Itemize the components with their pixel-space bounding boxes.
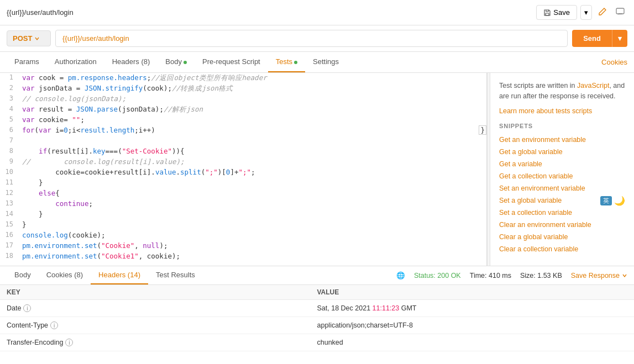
table-row-date: Date i Sat, 18 Dec 2021 11:11:23 GMT [0, 300, 634, 317]
tab-params[interactable]: Params [7, 52, 47, 72]
cell-key-date: Date i [7, 304, 317, 312]
method-dropdown-icon [34, 36, 40, 41]
snippet-clear-collection[interactable]: Clear a collection variable [499, 243, 625, 255]
request-tabs: Params Authorization Headers (8) Body Pr… [0, 52, 634, 73]
main-area: 1 var cook = pm.response.headers;//返回obj… [0, 73, 634, 266]
col-key-header: KEY [7, 288, 317, 296]
res-tab-cookies[interactable]: Cookies (8) [39, 266, 91, 284]
code-line-5: 5 var cookie= ""; [0, 115, 486, 125]
save-dropdown-button[interactable]: ▾ [580, 5, 592, 20]
response-table: Date i Sat, 18 Dec 2021 11:11:23 GMT Con… [0, 300, 634, 364]
date-time-highlight: 11:11:23 [373, 304, 400, 312]
snippet-get-global[interactable]: Get a global variable [499, 146, 625, 158]
edit-icon [598, 7, 607, 16]
code-editor[interactable]: 1 var cook = pm.response.headers;//返回obj… [0, 73, 487, 266]
table-row-transfer-encoding: Transfer-Encoding i chunked [0, 334, 634, 351]
cell-key-transfer-encoding: Transfer-Encoding i [7, 339, 317, 346]
url-bar: POST Send ▾ [0, 25, 634, 52]
code-line-12: 12 else{ [0, 188, 486, 199]
save-icon [543, 9, 551, 17]
top-bar-url: {{url}}/user/auth/login [7, 8, 74, 17]
table-header: KEY VALUE [0, 285, 634, 300]
snippet-get-env[interactable]: Get an environment variable [499, 134, 625, 146]
cookies-link[interactable]: Cookies [601, 58, 627, 66]
code-line-10: 10 cookie=cookie+result[i].value.split("… [0, 167, 486, 178]
cell-val-date: Sat, 18 Dec 2021 11:11:23 GMT [317, 304, 628, 312]
code-line-3: 3 // console.log(jsonData); [0, 94, 486, 104]
url-input[interactable] [55, 30, 568, 47]
tests-dot [294, 61, 297, 64]
snippet-clear-global[interactable]: Clear a global variable [499, 231, 625, 243]
response-area: Body Cookies (8) Headers (14) Test Resul… [0, 266, 634, 364]
res-tab-test-results[interactable]: Test Results [148, 266, 203, 284]
message-icon-button[interactable] [613, 4, 627, 20]
tab-body[interactable]: Body [158, 52, 195, 72]
tab-tests[interactable]: Tests [268, 52, 305, 72]
theme-moon-btn[interactable]: 🌙 [614, 196, 625, 206]
save-response-button[interactable]: Save Response [571, 272, 627, 279]
date-info-icon[interactable]: i [23, 304, 31, 312]
save-response-arrow-icon [622, 273, 627, 278]
code-line-4: 4 var result = JSON.parse(jsonData);//解析… [0, 104, 486, 115]
svg-rect-1 [616, 8, 624, 14]
code-line-2: 2 var jsonData = JSON.stringify(cook);//… [0, 83, 486, 94]
code-line-15: 15 } [0, 220, 486, 230]
snippet-clear-env[interactable]: Clear an environment variable [499, 219, 625, 231]
snippets-title: SNIPPETS [499, 123, 625, 129]
cell-key-content-type: Content-Type i [7, 321, 317, 329]
status-bar: 🌐 Status: 200 OK Time: 410 ms Size: 1.53… [396, 271, 627, 279]
method-select[interactable]: POST [7, 30, 51, 46]
snippet-get-collection[interactable]: Get a collection variable [499, 170, 625, 182]
code-line-18: 18 pm.environment.set("Cookie1", cookie)… [0, 251, 486, 262]
tab-headers[interactable]: Headers (8) [104, 52, 158, 72]
code-line-14: 14 } [0, 209, 486, 220]
code-line-11: 11 } [0, 178, 486, 188]
save-button[interactable]: Save [536, 5, 577, 20]
code-line-17: 17 pm.environment.set("Cookie", null); [0, 241, 486, 251]
code-line-1: 1 var cook = pm.response.headers;//返回obj… [0, 73, 486, 83]
right-panel: Test scripts are written in JavaScript, … [490, 73, 634, 266]
tab-prerequest[interactable]: Pre-request Script [195, 52, 268, 72]
tab-authorization[interactable]: Authorization [47, 52, 104, 72]
content-type-info-icon[interactable]: i [50, 321, 58, 329]
code-line-8: 8 if(result[i].key===("Set-Cookie")){ [0, 146, 486, 157]
top-bar: {{url}}/user/auth/login Save ▾ [0, 0, 634, 25]
response-tabs: Body Cookies (8) Headers (14) Test Resul… [0, 266, 634, 285]
panel-description: Test scripts are written in JavaScript, … [499, 81, 625, 102]
cell-val-content-type: application/json;charset=UTF-8 [317, 321, 628, 329]
code-line-16: 16 console.log(cookie); [0, 230, 486, 241]
tab-settings[interactable]: Settings [305, 52, 347, 72]
time-text: Time: 410 ms [470, 272, 511, 279]
table-row-content-type: Content-Type i application/json;charset=… [0, 317, 634, 334]
code-line-9: 9 // console.log(result[i].value); [0, 157, 486, 167]
globe-icon[interactable]: 🌐 [396, 271, 405, 279]
snippet-set-collection[interactable]: Set a collection variable [499, 207, 625, 219]
status-text: Status: 200 OK [414, 272, 461, 279]
snippet-set-env[interactable]: Set an environment variable [499, 182, 625, 194]
message-icon [616, 7, 625, 16]
top-bar-actions: Save ▾ [536, 4, 627, 20]
send-button[interactable]: Send ▾ [572, 30, 627, 47]
svg-rect-0 [546, 13, 549, 15]
lang-en-btn[interactable]: 英 [600, 196, 612, 205]
res-tab-body[interactable]: Body [7, 266, 39, 284]
code-line-13: 13 continue; [0, 199, 486, 209]
snippet-set-global[interactable]: Set a global variable [499, 194, 562, 207]
col-val-header: VALUE [317, 288, 628, 296]
body-dot [184, 61, 187, 64]
code-line-7: 7 [0, 136, 486, 146]
snippet-get-var[interactable]: Get a variable [499, 158, 625, 170]
learn-more-link[interactable]: Learn more about tests scripts [499, 107, 592, 115]
edit-icon-button[interactable] [595, 4, 610, 20]
transfer-encoding-info-icon[interactable]: i [65, 339, 73, 346]
cell-val-transfer-encoding: chunked [317, 339, 628, 346]
code-line-6: 6 for(var i=0;i<result.length;i++)} [0, 125, 486, 136]
res-tab-headers[interactable]: Headers (14) [91, 266, 148, 284]
size-text: Size: 1.53 KB [520, 272, 562, 279]
